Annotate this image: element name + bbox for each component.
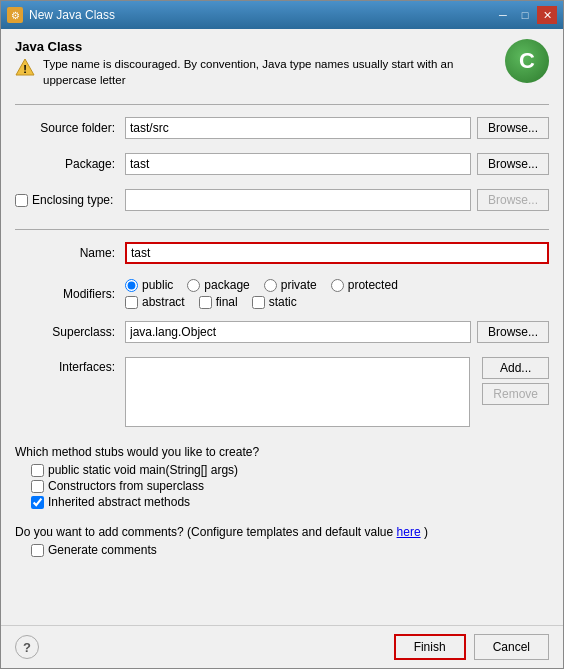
enclosing-type-browse-button: Browse... <box>477 189 549 211</box>
warning-text: Type name is discouraged. By convention,… <box>43 56 505 88</box>
modifier-public-text: public <box>142 278 173 292</box>
minimize-button[interactable]: ─ <box>493 6 513 24</box>
divider-2 <box>15 229 549 230</box>
title-bar-left: ⚙ New Java Class <box>7 7 115 23</box>
generate-comments-checkbox[interactable] <box>31 544 44 557</box>
window-title: New Java Class <box>29 8 115 22</box>
finish-button[interactable]: Finish <box>394 634 466 660</box>
stubs-question: Which method stubs would you like to cre… <box>15 445 549 459</box>
modifier-abstract-label[interactable]: abstract <box>125 295 185 309</box>
generate-comments-label[interactable]: Generate comments <box>31 543 157 557</box>
stub-inherited-text: Inherited abstract methods <box>48 495 190 509</box>
source-folder-row: Source folder: Browse... <box>15 117 549 139</box>
interfaces-row: Interfaces: Add... Remove <box>15 357 549 427</box>
enclosing-type-checkbox-label[interactable]: Enclosing type: <box>15 193 115 207</box>
modifier-abstract-text: abstract <box>142 295 185 309</box>
superclass-browse-button[interactable]: Browse... <box>477 321 549 343</box>
close-button[interactable]: ✕ <box>537 6 557 24</box>
enclosing-type-checkbox[interactable] <box>15 194 28 207</box>
modifier-private-label[interactable]: private <box>264 278 317 292</box>
comments-question-text: Do you want to add comments? (Configure … <box>15 525 393 539</box>
modifiers-group: public package private protected <box>125 278 398 309</box>
interfaces-list <box>125 357 470 427</box>
superclass-input[interactable] <box>125 321 471 343</box>
modifier-final-checkbox[interactable] <box>199 296 212 309</box>
title-controls: ─ □ ✕ <box>493 6 557 24</box>
title-bar: ⚙ New Java Class ─ □ ✕ <box>1 1 563 29</box>
generate-comments-option: Generate comments <box>31 543 549 557</box>
modifier-other-row: abstract final static <box>125 295 398 309</box>
window-icon: ⚙ <box>7 7 23 23</box>
stub-constructors-text: Constructors from superclass <box>48 479 204 493</box>
svg-text:!: ! <box>23 63 27 75</box>
warning-icon: ! <box>15 57 35 77</box>
modifier-package-label[interactable]: package <box>187 278 249 292</box>
comments-question-end: ) <box>424 525 428 539</box>
enclosing-type-row: Enclosing type: Browse... <box>15 189 549 211</box>
stub-main-option: public static void main(String[] args) <box>31 463 549 477</box>
comments-here-link[interactable]: here <box>397 525 421 539</box>
package-input[interactable] <box>125 153 471 175</box>
maximize-button[interactable]: □ <box>515 6 535 24</box>
stub-inherited-checkbox[interactable] <box>31 496 44 509</box>
help-button[interactable]: ? <box>15 635 39 659</box>
enclosing-type-text: Enclosing type: <box>32 193 113 207</box>
package-label: Package: <box>15 157 125 171</box>
name-input[interactable] <box>125 242 549 264</box>
interfaces-add-button[interactable]: Add... <box>482 357 549 379</box>
stub-inherited-option: Inherited abstract methods <box>31 495 549 509</box>
modifier-public-label[interactable]: public <box>125 278 173 292</box>
modifier-package-text: package <box>204 278 249 292</box>
stub-inherited-label[interactable]: Inherited abstract methods <box>31 495 190 509</box>
modifier-static-checkbox[interactable] <box>252 296 265 309</box>
footer-buttons: Finish Cancel <box>394 634 549 660</box>
modifier-package-radio[interactable] <box>187 279 200 292</box>
stub-main-checkbox[interactable] <box>31 464 44 477</box>
modifier-protected-text: protected <box>348 278 398 292</box>
source-folder-browse-button[interactable]: Browse... <box>477 117 549 139</box>
interfaces-label: Interfaces: <box>15 357 125 374</box>
comments-section: Do you want to add comments? (Configure … <box>15 525 549 557</box>
interfaces-buttons: Add... Remove <box>476 357 549 405</box>
enclosing-type-input[interactable] <box>125 189 471 211</box>
package-row: Package: Browse... <box>15 153 549 175</box>
footer: ? Finish Cancel <box>1 625 563 668</box>
interfaces-remove-button[interactable]: Remove <box>482 383 549 405</box>
modifier-private-text: private <box>281 278 317 292</box>
stub-constructors-label[interactable]: Constructors from superclass <box>31 479 204 493</box>
eclipse-logo: C <box>505 39 549 83</box>
generate-comments-text: Generate comments <box>48 543 157 557</box>
package-browse-button[interactable]: Browse... <box>477 153 549 175</box>
visibility-radio-row: public package private protected <box>125 278 398 292</box>
source-folder-input[interactable] <box>125 117 471 139</box>
modifier-abstract-checkbox[interactable] <box>125 296 138 309</box>
stub-main-label[interactable]: public static void main(String[] args) <box>31 463 238 477</box>
new-java-class-window: ⚙ New Java Class ─ □ ✕ Java Class ! Type… <box>0 0 564 669</box>
modifier-final-text: final <box>216 295 238 309</box>
header-row: Java Class ! Type name is discouraged. B… <box>15 39 549 92</box>
modifier-protected-label[interactable]: protected <box>331 278 398 292</box>
dialog-content: Java Class ! Type name is discouraged. B… <box>1 29 563 625</box>
source-folder-label: Source folder: <box>15 121 125 135</box>
modifier-private-radio[interactable] <box>264 279 277 292</box>
modifiers-row: Modifiers: public package private <box>15 278 549 309</box>
name-row: Name: <box>15 242 549 264</box>
enclosing-type-label: Enclosing type: <box>15 193 125 207</box>
superclass-row: Superclass: Browse... <box>15 321 549 343</box>
header-info: Java Class ! Type name is discouraged. B… <box>15 39 505 92</box>
name-label: Name: <box>15 246 125 260</box>
section-header: Java Class <box>15 39 505 54</box>
modifier-static-text: static <box>269 295 297 309</box>
modifier-public-radio[interactable] <box>125 279 138 292</box>
superclass-label: Superclass: <box>15 325 125 339</box>
stubs-section: Which method stubs would you like to cre… <box>15 445 549 511</box>
cancel-button[interactable]: Cancel <box>474 634 549 660</box>
comments-question: Do you want to add comments? (Configure … <box>15 525 549 539</box>
divider <box>15 104 549 105</box>
stub-main-text: public static void main(String[] args) <box>48 463 238 477</box>
modifier-final-label[interactable]: final <box>199 295 238 309</box>
modifier-protected-radio[interactable] <box>331 279 344 292</box>
stub-constructors-option: Constructors from superclass <box>31 479 549 493</box>
stub-constructors-checkbox[interactable] <box>31 480 44 493</box>
modifier-static-label[interactable]: static <box>252 295 297 309</box>
